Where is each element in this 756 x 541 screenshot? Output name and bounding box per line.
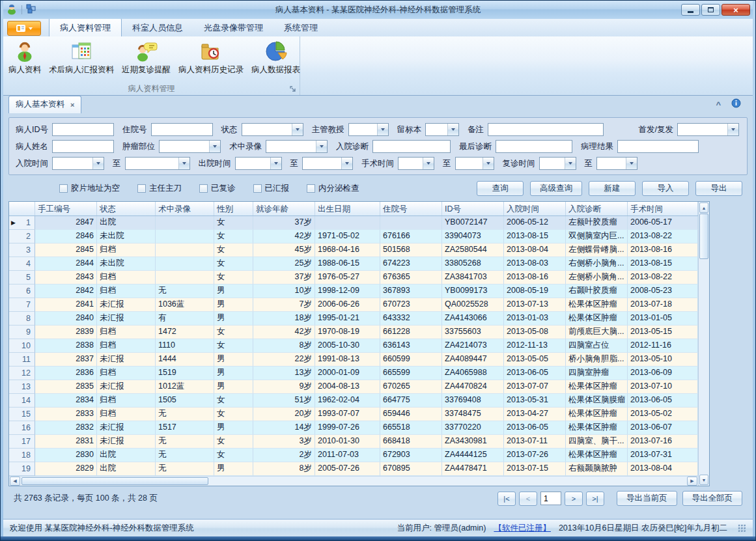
chevron-down-icon[interactable]: [178, 158, 189, 169]
chevron-down-icon[interactable]: [377, 124, 388, 135]
maximize-button[interactable]: [701, 4, 720, 16]
registered-link[interactable]: 【软件已注册】: [494, 523, 551, 534]
chevron-down-icon[interactable]: [341, 158, 352, 169]
filter-combo-discharge-time-to[interactable]: [302, 157, 353, 170]
table-row[interactable]: 102838归档1110女8岁2005-10-30636143ZA4214073…: [9, 339, 698, 353]
chevron-down-icon[interactable]: [270, 158, 281, 169]
filter-input-patient-name[interactable]: [52, 140, 114, 153]
table-row[interactable]: 72841未汇报1036蓝男7岁2006-06-26670723QA002552…: [9, 298, 698, 312]
page-number-input[interactable]: [540, 492, 561, 505]
column-header-2[interactable]: 术中录像: [156, 202, 214, 215]
column-header-6[interactable]: 住院号: [380, 202, 442, 215]
filter-checkbox-2[interactable]: 已复诊: [199, 183, 236, 194]
table-row[interactable]: 82840未汇报有男18岁1995-01-21643332ZA414306620…: [9, 312, 698, 326]
chevron-down-icon[interactable]: [209, 141, 220, 152]
next-page-button[interactable]: >: [565, 492, 583, 506]
resize-grip[interactable]: [738, 524, 746, 533]
chevron-down-icon[interactable]: [447, 124, 458, 135]
table-row[interactable]: 152833归档无女20岁1993-07-0765944633748475201…: [9, 408, 698, 421]
ribbon-tab-0[interactable]: 病人资料管理: [49, 18, 122, 36]
filter-checkbox-0[interactable]: 胶片地址为空: [59, 183, 120, 194]
filter-combo-status[interactable]: [242, 123, 303, 136]
first-page-button[interactable]: |<: [497, 492, 516, 506]
table-row[interactable]: 172831未汇报无女3岁2010-01-30668418ZA343098120…: [9, 435, 698, 449]
filter-combo-admit-time-to[interactable]: [125, 157, 190, 170]
import-button[interactable]: 导入: [642, 181, 689, 196]
vertical-scroll-thumb[interactable]: [699, 214, 708, 259]
last-page-button[interactable]: >|: [586, 492, 604, 506]
ribbon-tab-3[interactable]: 系统管理: [273, 19, 328, 36]
table-row[interactable]: 52843归档女37岁1976-05-27676365ZA38417032013…: [9, 271, 698, 284]
horizontal-scrollbar[interactable]: ◀ ▶: [9, 476, 698, 486]
chevron-down-icon[interactable]: [423, 158, 434, 169]
ribbon-tab-1[interactable]: 科室人员信息: [122, 19, 193, 36]
minimize-button[interactable]: [681, 4, 700, 16]
filter-combo-first-or-relapse[interactable]: [677, 123, 739, 136]
new-button[interactable]: 新建: [589, 181, 636, 196]
filter-combo-revisit-time-to[interactable]: [596, 157, 637, 170]
column-header-3[interactable]: 性别: [214, 202, 253, 215]
scroll-up-icon[interactable]: ▲: [699, 202, 708, 213]
vertical-scrollbar[interactable]: ▲ ▼: [698, 202, 709, 486]
column-header-8[interactable]: 入院时间: [504, 202, 566, 215]
close-button[interactable]: ×: [721, 4, 750, 16]
export-current-page-button[interactable]: 导出当前页: [617, 491, 677, 506]
scroll-left-icon[interactable]: ◀: [10, 477, 20, 486]
filter-combo-surgery-time-to[interactable]: [455, 157, 494, 170]
column-header-5[interactable]: 出生日期: [315, 202, 380, 215]
filter-checkbox-3[interactable]: 已汇报: [253, 183, 290, 194]
filter-input-final-diagnosis[interactable]: [496, 140, 572, 153]
table-row[interactable]: 92839归档1472女42岁1970-08-19661228337556032…: [9, 326, 698, 339]
table-row[interactable]: 142834归档1505女51岁1962-02-0466477533769408…: [9, 394, 698, 408]
filter-combo-chief-professor[interactable]: [348, 123, 389, 136]
chevron-down-icon[interactable]: [483, 158, 494, 169]
filter-checkbox-4[interactable]: 内分泌检查: [307, 183, 359, 194]
ribbon-button-4[interactable]: 病人数据报表: [248, 39, 303, 77]
ribbon-button-3[interactable]: 病人资料历史记录: [175, 39, 247, 77]
export-button[interactable]: 导出: [695, 181, 742, 196]
table-row[interactable]: 112837未汇报1444男22岁1991-08-13660599ZA40894…: [9, 353, 698, 367]
column-header-10[interactable]: 手术时间: [628, 202, 698, 215]
chevron-down-icon[interactable]: [565, 158, 576, 169]
chevron-down-icon[interactable]: [292, 124, 303, 135]
scroll-right-icon[interactable]: ▶: [687, 477, 697, 486]
app-menu-button[interactable]: [7, 21, 41, 36]
table-row[interactable]: 62842归档无男10岁1998-12-09367893YB0099173200…: [9, 284, 698, 298]
chevron-down-icon[interactable]: [626, 158, 637, 169]
table-row[interactable]: 22846未出院女42岁1971-05-02676166339040732013…: [9, 230, 698, 243]
filter-combo-revisit-time-from[interactable]: [539, 157, 576, 170]
filter-input-pathology-result[interactable]: [617, 140, 699, 153]
ribbon-button-0[interactable]: 病人资料: [5, 39, 44, 77]
scroll-down-icon[interactable]: ▼: [699, 475, 708, 485]
table-row[interactable]: 122836归档1519男13岁2000-01-09665599ZA406598…: [9, 367, 698, 380]
filter-input-admission-no[interactable]: [151, 123, 213, 136]
table-row[interactable]: 162832未汇报1517男14岁1999-07-266655183377022…: [9, 421, 698, 435]
table-row[interactable]: ▶12847出院女37岁YB00721472006-05-12左额叶胶质瘤200…: [9, 216, 698, 230]
export-all-pages-button[interactable]: 导出全部页: [682, 491, 743, 506]
advanced-query-button[interactable]: 高级查询: [530, 181, 582, 196]
table-row[interactable]: 32845归档女45岁1968-04-16501568ZA25805442013…: [9, 243, 698, 257]
tab-close-icon[interactable]: ×: [70, 101, 74, 109]
query-button[interactable]: 查询: [477, 181, 524, 196]
chevron-down-icon[interactable]: [316, 141, 327, 152]
chevron-down-icon[interactable]: [727, 124, 738, 135]
document-tab-patient-basic-info[interactable]: 病人基本资料 ×: [8, 96, 81, 113]
ribbon-button-1[interactable]: 术后病人汇报资料: [46, 39, 117, 77]
filter-input-patient-id[interactable]: [52, 123, 114, 136]
dialog-launcher-icon[interactable]: [289, 85, 297, 93]
column-header-7[interactable]: ID号: [442, 202, 504, 215]
filter-input-remark[interactable]: [488, 123, 604, 136]
filter-input-admission-diagnosis[interactable]: [372, 140, 451, 153]
column-header-4[interactable]: 就诊年龄: [253, 202, 315, 215]
table-row[interactable]: 132835未汇报1012蓝男9岁2004-08-13670265ZA44708…: [9, 380, 698, 394]
ribbon-tab-2[interactable]: 光盘录像带管理: [193, 19, 273, 36]
table-row[interactable]: 192829出院无男8岁2005-07-26670895ZA4478471201…: [9, 462, 698, 476]
column-header-0[interactable]: 手工编号: [35, 202, 97, 215]
filter-checkbox-1[interactable]: 主任主刀: [137, 183, 182, 194]
filter-combo-specimen[interactable]: [425, 123, 459, 136]
filter-combo-surgery-time-from[interactable]: [398, 157, 434, 170]
filter-combo-surgery-video[interactable]: [266, 140, 328, 153]
chevron-down-icon[interactable]: [92, 158, 104, 169]
prev-page-button[interactable]: <: [519, 492, 537, 506]
column-header-1[interactable]: 状态: [97, 202, 156, 215]
